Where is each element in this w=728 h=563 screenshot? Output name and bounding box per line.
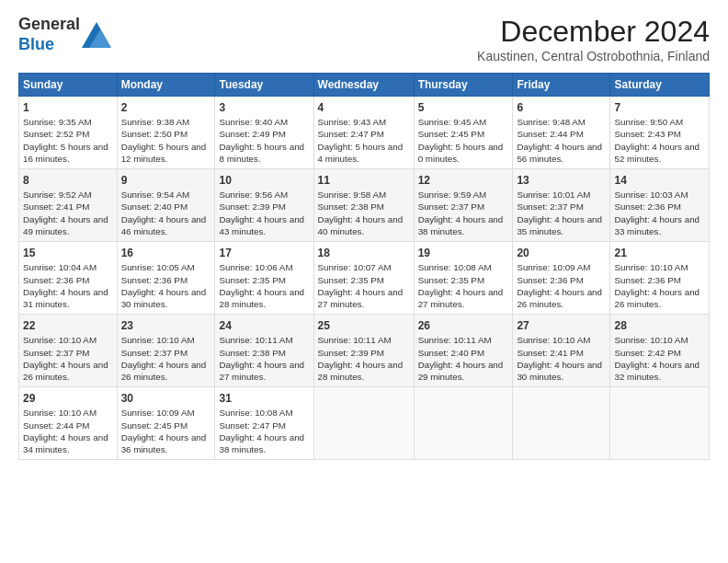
day-content: Sunrise: 10:11 AMSunset: 2:39 PMDaylight… bbox=[318, 334, 410, 383]
calendar-cell: 5Sunrise: 9:45 AMSunset: 2:45 PMDaylight… bbox=[414, 97, 513, 169]
day-number: 10 bbox=[219, 173, 309, 188]
calendar-cell bbox=[610, 387, 710, 460]
calendar-cell: 30Sunrise: 10:09 AMSunset: 2:45 PMDaylig… bbox=[117, 387, 215, 460]
calendar-table: SundayMondayTuesdayWednesdayThursdayFrid… bbox=[18, 73, 710, 460]
calendar-cell: 7Sunrise: 9:50 AMSunset: 2:43 PMDaylight… bbox=[610, 97, 710, 169]
calendar-cell: 21Sunrise: 10:10 AMSunset: 2:36 PMDaylig… bbox=[610, 242, 710, 315]
calendar-cell: 13Sunrise: 10:01 AMSunset: 2:37 PMDaylig… bbox=[513, 169, 610, 242]
weekday-header: Thursday bbox=[414, 74, 513, 97]
day-content: Sunrise: 10:09 AMSunset: 2:36 PMDaylight… bbox=[517, 261, 606, 310]
day-content: Sunrise: 9:35 AMSunset: 2:52 PMDaylight:… bbox=[23, 116, 113, 165]
day-number: 24 bbox=[219, 318, 309, 333]
day-number: 2 bbox=[121, 100, 211, 115]
calendar-week-row: 8Sunrise: 9:52 AMSunset: 2:41 PMDaylight… bbox=[19, 169, 710, 242]
day-content: Sunrise: 9:54 AMSunset: 2:40 PMDaylight:… bbox=[121, 189, 211, 237]
calendar-cell: 1Sunrise: 9:35 AMSunset: 2:52 PMDaylight… bbox=[19, 97, 118, 169]
day-content: Sunrise: 10:09 AMSunset: 2:45 PMDaylight… bbox=[121, 407, 211, 455]
calendar-cell: 29Sunrise: 10:10 AMSunset: 2:44 PMDaylig… bbox=[19, 387, 118, 460]
calendar-cell: 19Sunrise: 10:08 AMSunset: 2:35 PMDaylig… bbox=[414, 242, 513, 315]
day-content: Sunrise: 9:59 AMSunset: 2:37 PMDaylight:… bbox=[418, 189, 509, 237]
calendar-cell: 8Sunrise: 9:52 AMSunset: 2:41 PMDaylight… bbox=[19, 169, 118, 242]
calendar-cell bbox=[313, 387, 414, 460]
calendar-cell: 6Sunrise: 9:48 AMSunset: 2:44 PMDaylight… bbox=[513, 97, 610, 169]
page-header: General Blue December 2024 Kaustinen, Ce… bbox=[18, 15, 710, 63]
calendar-cell: 4Sunrise: 9:43 AMSunset: 2:47 PMDaylight… bbox=[313, 97, 414, 169]
logo-blue: Blue bbox=[18, 35, 54, 53]
day-content: Sunrise: 9:48 AMSunset: 2:44 PMDaylight:… bbox=[517, 116, 606, 165]
day-number: 8 bbox=[23, 173, 113, 188]
day-content: Sunrise: 10:04 AMSunset: 2:36 PMDaylight… bbox=[23, 261, 113, 310]
calendar-cell: 23Sunrise: 10:10 AMSunset: 2:37 PMDaylig… bbox=[117, 315, 215, 387]
day-number: 21 bbox=[614, 246, 705, 260]
day-number: 28 bbox=[614, 318, 705, 333]
calendar-cell: 15Sunrise: 10:04 AMSunset: 2:36 PMDaylig… bbox=[19, 242, 118, 315]
day-content: Sunrise: 9:56 AMSunset: 2:39 PMDaylight:… bbox=[219, 189, 309, 237]
day-number: 23 bbox=[121, 318, 211, 333]
day-content: Sunrise: 10:08 AMSunset: 2:35 PMDaylight… bbox=[418, 261, 509, 310]
calendar-cell bbox=[414, 387, 513, 460]
calendar-cell: 3Sunrise: 9:40 AMSunset: 2:49 PMDaylight… bbox=[215, 97, 313, 169]
day-number: 31 bbox=[219, 391, 309, 406]
day-content: Sunrise: 9:50 AMSunset: 2:43 PMDaylight:… bbox=[614, 116, 705, 165]
page-container: General Blue December 2024 Kaustinen, Ce… bbox=[0, 0, 728, 469]
day-content: Sunrise: 9:38 AMSunset: 2:50 PMDaylight:… bbox=[121, 116, 211, 165]
calendar-week-row: 22Sunrise: 10:10 AMSunset: 2:37 PMDaylig… bbox=[19, 315, 710, 387]
day-number: 9 bbox=[121, 173, 211, 188]
day-content: Sunrise: 10:10 AMSunset: 2:41 PMDaylight… bbox=[517, 334, 606, 383]
calendar-cell: 2Sunrise: 9:38 AMSunset: 2:50 PMDaylight… bbox=[117, 97, 215, 169]
calendar-cell: 28Sunrise: 10:10 AMSunset: 2:42 PMDaylig… bbox=[610, 315, 710, 387]
day-number: 14 bbox=[614, 173, 705, 188]
day-content: Sunrise: 10:03 AMSunset: 2:36 PMDaylight… bbox=[614, 189, 705, 237]
weekday-header: Saturday bbox=[610, 74, 710, 97]
calendar-cell bbox=[513, 387, 610, 460]
day-number: 16 bbox=[121, 246, 211, 260]
main-title: December 2024 bbox=[477, 15, 710, 49]
subtitle: Kaustinen, Central Ostrobothnia, Finland bbox=[477, 49, 710, 63]
calendar-cell: 27Sunrise: 10:10 AMSunset: 2:41 PMDaylig… bbox=[513, 315, 610, 387]
day-content: Sunrise: 10:10 AMSunset: 2:37 PMDaylight… bbox=[23, 334, 113, 383]
calendar-cell: 18Sunrise: 10:07 AMSunset: 2:35 PMDaylig… bbox=[313, 242, 414, 315]
calendar-header: SundayMondayTuesdayWednesdayThursdayFrid… bbox=[19, 74, 710, 97]
calendar-cell: 14Sunrise: 10:03 AMSunset: 2:36 PMDaylig… bbox=[610, 169, 710, 242]
day-content: Sunrise: 10:10 AMSunset: 2:42 PMDaylight… bbox=[614, 334, 705, 383]
calendar-cell: 31Sunrise: 10:08 AMSunset: 2:47 PMDaylig… bbox=[215, 387, 313, 460]
calendar-cell: 12Sunrise: 9:59 AMSunset: 2:37 PMDayligh… bbox=[414, 169, 513, 242]
calendar-cell: 25Sunrise: 10:11 AMSunset: 2:39 PMDaylig… bbox=[313, 315, 414, 387]
calendar-cell: 11Sunrise: 9:58 AMSunset: 2:38 PMDayligh… bbox=[313, 169, 414, 242]
weekday-row: SundayMondayTuesdayWednesdayThursdayFrid… bbox=[19, 74, 710, 97]
calendar-cell: 16Sunrise: 10:05 AMSunset: 2:36 PMDaylig… bbox=[117, 242, 215, 315]
calendar-cell: 24Sunrise: 10:11 AMSunset: 2:38 PMDaylig… bbox=[215, 315, 313, 387]
day-number: 26 bbox=[418, 318, 509, 333]
day-number: 11 bbox=[318, 173, 410, 188]
weekday-header: Sunday bbox=[19, 74, 118, 97]
calendar-week-row: 29Sunrise: 10:10 AMSunset: 2:44 PMDaylig… bbox=[19, 387, 710, 460]
day-content: Sunrise: 9:45 AMSunset: 2:45 PMDaylight:… bbox=[418, 116, 509, 165]
day-content: Sunrise: 10:10 AMSunset: 2:44 PMDaylight… bbox=[23, 407, 113, 455]
day-content: Sunrise: 10:01 AMSunset: 2:37 PMDaylight… bbox=[517, 189, 606, 237]
day-content: Sunrise: 10:08 AMSunset: 2:47 PMDaylight… bbox=[219, 407, 309, 455]
day-content: Sunrise: 10:10 AMSunset: 2:37 PMDaylight… bbox=[121, 334, 211, 383]
day-number: 7 bbox=[614, 100, 705, 115]
day-number: 18 bbox=[318, 246, 410, 260]
day-content: Sunrise: 9:43 AMSunset: 2:47 PMDaylight:… bbox=[318, 116, 410, 165]
calendar-week-row: 1Sunrise: 9:35 AMSunset: 2:52 PMDaylight… bbox=[19, 97, 710, 169]
day-content: Sunrise: 10:11 AMSunset: 2:38 PMDaylight… bbox=[219, 334, 309, 383]
day-number: 22 bbox=[23, 318, 113, 333]
day-content: Sunrise: 10:05 AMSunset: 2:36 PMDaylight… bbox=[121, 261, 211, 310]
calendar-cell: 22Sunrise: 10:10 AMSunset: 2:37 PMDaylig… bbox=[19, 315, 118, 387]
day-content: Sunrise: 9:40 AMSunset: 2:49 PMDaylight:… bbox=[219, 116, 309, 165]
calendar-cell: 10Sunrise: 9:56 AMSunset: 2:39 PMDayligh… bbox=[215, 169, 313, 242]
calendar-cell: 20Sunrise: 10:09 AMSunset: 2:36 PMDaylig… bbox=[513, 242, 610, 315]
day-number: 17 bbox=[219, 246, 309, 260]
day-number: 20 bbox=[517, 246, 606, 260]
day-number: 13 bbox=[517, 173, 606, 188]
weekday-header: Friday bbox=[513, 74, 610, 97]
day-number: 3 bbox=[219, 100, 309, 115]
day-number: 30 bbox=[121, 391, 211, 406]
day-content: Sunrise: 10:11 AMSunset: 2:40 PMDaylight… bbox=[418, 334, 509, 383]
day-number: 4 bbox=[318, 100, 410, 115]
day-number: 6 bbox=[517, 100, 606, 115]
day-content: Sunrise: 9:52 AMSunset: 2:41 PMDaylight:… bbox=[23, 189, 113, 237]
day-content: Sunrise: 10:07 AMSunset: 2:35 PMDaylight… bbox=[318, 261, 410, 310]
day-number: 19 bbox=[418, 246, 509, 260]
